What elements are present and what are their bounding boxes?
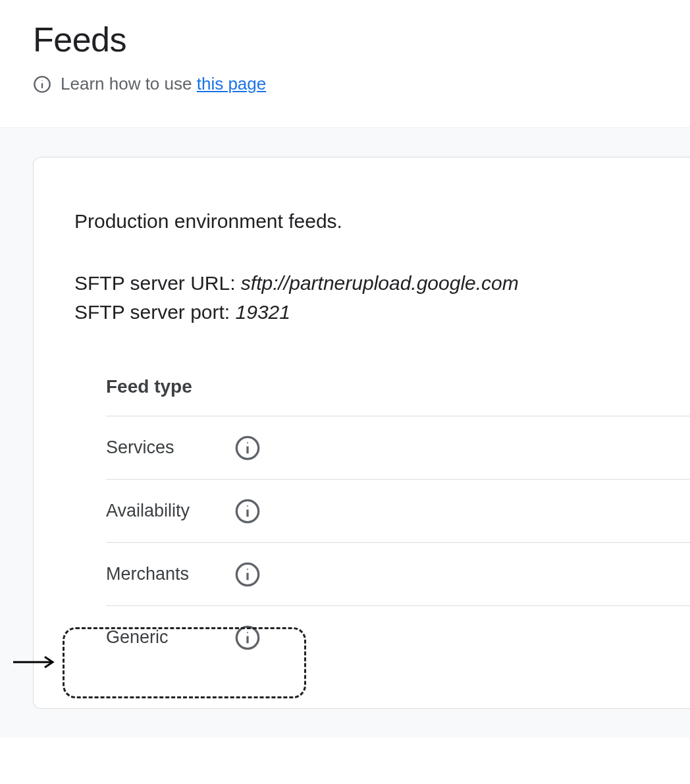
production-feeds-card: Production environment feeds. SFTP serve… [33, 157, 690, 709]
info-icon[interactable] [234, 498, 261, 524]
sftp-port-value: 19321 [236, 301, 290, 323]
svg-point-2 [41, 80, 42, 80]
info-icon [33, 75, 51, 94]
info-icon[interactable] [234, 625, 261, 651]
learn-text: Learn how to use this page [61, 74, 266, 94]
learn-how-row: Learn how to use this page [33, 74, 657, 94]
feed-label: Generic [106, 627, 234, 648]
card-heading: Production environment feeds. [74, 210, 690, 233]
sftp-port-label: SFTP server port: [74, 301, 236, 323]
feed-row-services: Services [106, 416, 690, 479]
feed-type-header: Feed type [106, 376, 690, 416]
feed-row-availability: Availability [106, 479, 690, 542]
learn-prefix: Learn how to use [61, 74, 197, 94]
sftp-url-value: sftp://partnerupload.google.com [241, 272, 519, 294]
sftp-url-line: SFTP server URL: sftp://partnerupload.go… [74, 272, 690, 294]
info-icon[interactable] [234, 435, 261, 461]
svg-point-8 [247, 505, 248, 507]
sftp-port-line: SFTP server port: 19321 [74, 301, 690, 323]
svg-point-11 [247, 569, 248, 570]
page-title: Feeds [33, 20, 657, 59]
feed-label: Merchants [106, 564, 234, 584]
svg-point-5 [247, 442, 248, 443]
feed-label: Services [106, 437, 234, 458]
feed-label: Availability [106, 501, 234, 521]
feed-type-table: Feed type Services Availability [106, 376, 690, 669]
svg-point-14 [247, 632, 248, 633]
feed-row-merchants: Merchants [106, 542, 690, 605]
learn-link[interactable]: this page [197, 74, 267, 94]
sftp-url-label: SFTP server URL: [74, 272, 241, 294]
info-icon[interactable] [234, 561, 261, 588]
feed-row-generic: Generic [106, 605, 690, 669]
